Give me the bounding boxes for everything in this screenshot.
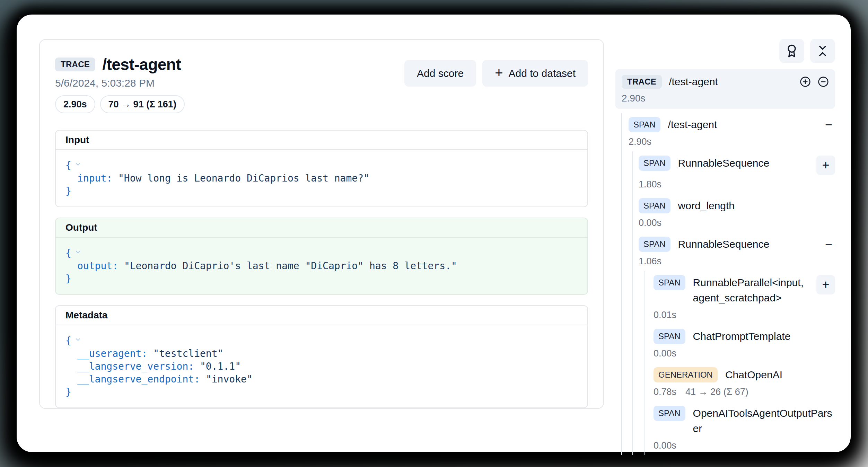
- collapse-node-button[interactable]: −: [822, 117, 835, 132]
- span-duration: 0.00s: [654, 348, 676, 359]
- chevron-down-icon[interactable]: [74, 334, 82, 346]
- span-name: ChatOpenAI: [725, 367, 785, 382]
- chevrons-down-up-icon: [816, 44, 830, 58]
- collapse-panel-button[interactable]: [810, 39, 835, 63]
- span-duration: 0.00s: [654, 440, 676, 451]
- page-title: /test-agent: [102, 55, 181, 74]
- json-key: output:: [77, 260, 118, 272]
- json-value: "How long is Leonardo DiCaprios last nam…: [118, 173, 369, 184]
- close-brace: }: [65, 185, 71, 197]
- add-score-button[interactable]: Add score: [404, 60, 476, 87]
- open-brace: {: [65, 160, 71, 171]
- collapse-node-button[interactable]: −: [822, 237, 835, 252]
- output-json-viewer: { output: "Leonardo DiCaprio's last name…: [56, 238, 587, 294]
- json-value: "testclient": [153, 348, 223, 359]
- chevron-down-icon[interactable]: [74, 158, 82, 171]
- span-tree: SPAN /test-agent − 2.90s SPAN RunnableSe…: [615, 113, 835, 455]
- json-value: "Leonardo DiCaprio's last name "DiCaprio…: [124, 260, 457, 272]
- tree-row-word-length[interactable]: SPAN word_length 0.00s: [633, 194, 835, 232]
- span-duration: 0.01s: [654, 310, 676, 320]
- span-type-badge: SPAN: [629, 117, 660, 132]
- input-json-viewer: { input: "How long is Leonardo DiCaprios…: [56, 150, 587, 206]
- open-brace: {: [65, 247, 71, 259]
- span-name: RunnableSequence: [678, 237, 772, 252]
- metadata-panel-title: Metadata: [56, 306, 587, 325]
- trace-heading-block: TRACE /test-agent 5/6/2024, 5:03:28 PM 2…: [55, 55, 185, 113]
- span-type-badge: SPAN: [654, 275, 685, 290]
- metadata-panel: Metadata { __useragent: "testclient" __l…: [55, 305, 588, 408]
- trace-duration: 2.90s: [622, 93, 829, 104]
- span-type-badge: SPAN: [639, 198, 670, 213]
- span-duration: 1.80s: [639, 179, 661, 190]
- input-panel-title: Input: [56, 131, 587, 150]
- span-name: RunnableParallel<input,agent_scratchpad>: [693, 275, 809, 306]
- span-name: /test-agent: [668, 117, 720, 132]
- expand-node-button[interactable]: +: [816, 275, 835, 294]
- tree-row-test-agent[interactable]: SPAN /test-agent − 2.90s: [622, 113, 835, 151]
- span-name: word_length: [678, 198, 737, 213]
- output-panel-title: Output: [56, 218, 587, 238]
- tree-indent-level-2: SPAN RunnableSequence + 1.80s SPAN word_…: [632, 151, 835, 455]
- add-to-dataset-label: Add to dataset: [509, 68, 576, 79]
- input-panel: Input { input: "How long is Leonardo DiC…: [55, 130, 588, 207]
- close-brace: }: [65, 273, 71, 284]
- tree-row-chat-openai[interactable]: GENERATION ChatOpenAI 0.78s 41 → 26 (Σ 6…: [645, 363, 835, 402]
- award-icon: [785, 44, 799, 58]
- plus-icon: +: [495, 66, 503, 80]
- span-duration: 1.06s: [639, 256, 661, 267]
- tree-row-output-parser[interactable]: SPAN OpenAIToolsAgentOutputParser 0.00s: [645, 402, 835, 455]
- trace-type-badge: TRACE: [622, 75, 662, 89]
- open-brace: {: [65, 335, 71, 346]
- span-type-badge: SPAN: [654, 329, 685, 344]
- app-window: TRACE /test-agent 5/6/2024, 5:03:28 PM 2…: [17, 15, 851, 452]
- span-type-badge: SPAN: [639, 237, 670, 252]
- json-key: __langserve_endpoint:: [77, 373, 200, 385]
- json-key: input:: [77, 173, 112, 184]
- chevron-down-icon[interactable]: [74, 246, 82, 259]
- output-panel: Output { output: "Leonardo DiCaprio's la…: [55, 218, 588, 295]
- json-key: __useragent:: [77, 348, 147, 359]
- trace-timestamp: 5/6/2024, 5:03:28 PM: [55, 77, 185, 89]
- annotate-button[interactable]: [779, 39, 804, 63]
- trace-card-header: TRACE /test-agent 5/6/2024, 5:03:28 PM 2…: [55, 55, 588, 113]
- trace-type-badge: TRACE: [55, 58, 95, 71]
- tree-indent-level-3: SPAN RunnableParallel<input,agent_scratc…: [644, 271, 835, 455]
- tree-indent-level-1: SPAN /test-agent − 2.90s SPAN RunnableSe…: [621, 113, 835, 455]
- generation-type-badge: GENERATION: [654, 367, 718, 382]
- json-value: "invoke": [206, 373, 253, 385]
- json-key: __langserve_version:: [77, 361, 194, 372]
- tree-row-runnable-sequence-2[interactable]: SPAN RunnableSequence − 1.06s: [633, 232, 835, 271]
- span-duration: 0.00s: [639, 218, 661, 228]
- span-type-badge: SPAN: [654, 406, 685, 421]
- close-brace: }: [65, 386, 71, 398]
- tree-row-chat-prompt-template[interactable]: SPAN ChatPromptTemplate 0.00s: [645, 325, 835, 363]
- circle-plus-icon: [800, 76, 811, 87]
- span-name: ChatPromptTemplate: [693, 329, 794, 344]
- latency-badge: 2.90s: [55, 95, 95, 113]
- trace-detail-card: TRACE /test-agent 5/6/2024, 5:03:28 PM 2…: [39, 39, 604, 409]
- trace-tree-root-row[interactable]: TRACE /test-agent 2.90s: [615, 69, 835, 109]
- span-duration: 2.90s: [629, 136, 651, 147]
- expand-node-button[interactable]: +: [816, 156, 835, 175]
- circle-minus-icon: [818, 76, 829, 87]
- span-type-badge: SPAN: [639, 156, 670, 171]
- tree-row-runnable-parallel[interactable]: SPAN RunnableParallel<input,agent_scratc…: [645, 271, 835, 325]
- expand-all-button[interactable]: [800, 76, 811, 87]
- span-name: RunnableSequence: [678, 156, 772, 171]
- metadata-json-viewer: { __useragent: "testclient" __langserve_…: [56, 325, 587, 407]
- collapse-all-button[interactable]: [818, 76, 829, 87]
- add-to-dataset-button[interactable]: + Add to dataset: [482, 60, 588, 87]
- add-score-label: Add score: [417, 68, 464, 79]
- json-value: "0.1.1": [200, 361, 241, 372]
- span-duration: 0.78s: [654, 387, 676, 397]
- token-usage-badge: 70 → 91 (Σ 161): [100, 95, 185, 113]
- trace-tree-root-title: /test-agent: [669, 76, 718, 88]
- tree-row-runnable-sequence-1[interactable]: SPAN RunnableSequence + 1.80s: [633, 151, 835, 194]
- span-token-usage: 41 → 26 (Σ 67): [685, 387, 748, 397]
- span-name: OpenAIToolsAgentOutputParser: [693, 406, 835, 436]
- trace-tree-sidebar: TRACE /test-agent 2.90s: [615, 15, 835, 452]
